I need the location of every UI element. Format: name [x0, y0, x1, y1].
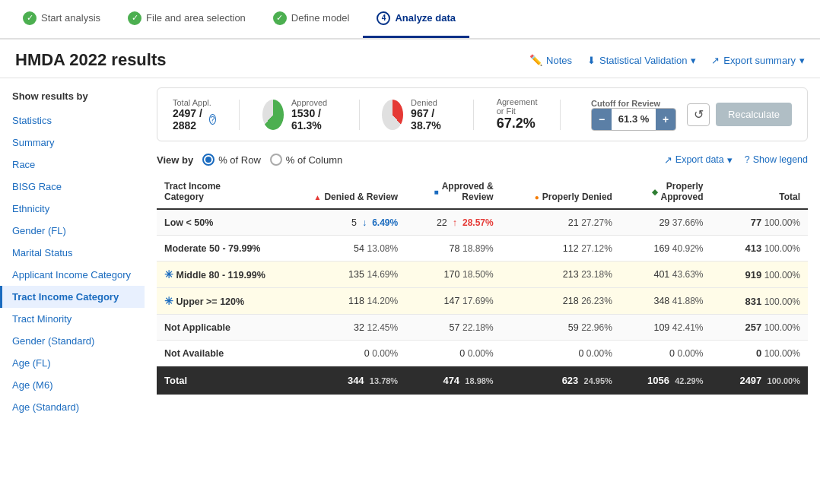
recalculate-button[interactable]: Recalculate [716, 103, 792, 126]
sidebar-item-age-m6[interactable]: Age (M6) [0, 374, 145, 396]
row-total: 77 100.00% [711, 209, 808, 236]
row-radio[interactable] [202, 154, 215, 166]
export-summary-button[interactable]: ↗ Export summary ▾ [711, 55, 805, 66]
cutoff-controls: − 61.3 % + [591, 108, 676, 131]
sidebar-item-ethnicity[interactable]: Ethnicity [0, 198, 145, 220]
cutoff-block: Cutoff for Review − 61.3 % + ↺ Recalcula… [591, 99, 792, 131]
square-blue-icon: ■ [434, 188, 439, 196]
sidebar-item-age-fl[interactable]: Age (FL) [0, 352, 145, 374]
sidebar-item-marital-status[interactable]: Marital Status [0, 242, 145, 264]
content-area: Show results by Statistics Summary Race … [0, 78, 820, 430]
export-data-icon: ↗ [664, 154, 672, 166]
step-circle-2: ✓ [128, 11, 141, 25]
notes-icon: ✏️ [529, 54, 542, 66]
footer-total: 2497 100.00% [711, 366, 808, 395]
denied-block: Denied 967 / 38.7% [382, 98, 450, 132]
approved-value: 1530 / 61.3% [291, 107, 336, 132]
row-approved-review: 22 ↑ 28.57% [405, 209, 501, 236]
page-title: HMDA 2022 results [15, 50, 166, 70]
cutoff-plus-button[interactable]: + [656, 109, 675, 130]
data-table: Tract IncomeCategory ▲ Denied & Review ■ [157, 175, 808, 395]
view-by-col-option[interactable]: % of Column [270, 154, 342, 166]
row-category: Low < 50% [157, 209, 278, 236]
col-header-total: Total [711, 175, 808, 209]
row-properly-approved: 109 42.41% [620, 315, 711, 341]
tab-start-label: Start analysis [41, 12, 100, 24]
agreement-block: Agreement or Fit 67.2% [497, 97, 538, 132]
sidebar-item-statistics[interactable]: Statistics [0, 109, 145, 132]
row-category: Moderate 50 - 79.99% [157, 236, 278, 262]
row-category: ✳ Middle 80 - 119.99% [157, 262, 278, 288]
row-category: Not Applicable [157, 315, 278, 341]
row-properly-denied: 21 27.27% [501, 209, 620, 236]
page-header: HMDA 2022 results ✏️ Notes ⬇ Statistical… [0, 40, 820, 78]
view-by-right: ↗ Export data ▾ ? Show legend [664, 154, 808, 166]
row-total: 919 100.00% [711, 262, 808, 288]
row-properly-denied: 0 0.00% [501, 341, 620, 366]
total-appl-value: 2497 / 2882 [173, 107, 206, 132]
tab-analyze-label: Analyze data [395, 12, 455, 24]
tab-file-selection[interactable]: ✓ File and area selection [114, 0, 259, 38]
sidebar-item-age-standard[interactable]: Age (Standard) [0, 396, 145, 418]
row-denied-review: 5 ↓ 6.49% [278, 209, 405, 236]
row-approved-review: 0 0.00% [405, 341, 501, 366]
sidebar-item-tract-income[interactable]: Tract Income Category [0, 286, 145, 308]
reset-button[interactable]: ↺ [687, 103, 710, 126]
approved-donut [262, 100, 284, 130]
sidebar-item-applicant-income[interactable]: Applicant Income Category [0, 264, 145, 286]
chevron-down-icon: ▾ [691, 55, 696, 66]
total-appl-block: Total Appl. 2497 / 2882 ? [173, 98, 216, 132]
export-chevron-icon: ▾ [799, 55, 805, 66]
table-row-highlighted: ✳ Middle 80 - 119.99% 135 14.69% 170 18.… [157, 262, 808, 288]
header-actions: ✏️ Notes ⬇ Statistical Validation ▾ ↗ Ex… [529, 54, 805, 66]
main-content: Total Appl. 2497 / 2882 ? Approved 1530 … [145, 78, 820, 430]
notes-button[interactable]: ✏️ Notes [529, 54, 572, 66]
view-by-left: View by % of Row % of Column [157, 154, 342, 166]
sidebar-item-tract-minority[interactable]: Tract Minority [0, 308, 145, 330]
row-approved-review: 147 17.69% [405, 288, 501, 315]
footer-properly-approved: 1056 42.29% [620, 366, 711, 395]
statistical-validation-button[interactable]: ⬇ Statistical Validation ▾ [587, 55, 696, 66]
tab-start-analysis[interactable]: ✓ Start analysis [9, 0, 114, 38]
sidebar-item-gender-standard[interactable]: Gender (Standard) [0, 330, 145, 352]
step-circle-1: ✓ [23, 11, 37, 25]
agreement-value: 67.2% [497, 116, 538, 132]
sidebar-item-bisg-race[interactable]: BISG Race [0, 176, 145, 198]
approved-block: Approved 1530 / 61.3% [262, 98, 336, 132]
row-denied-review: 32 12.45% [278, 315, 405, 341]
row-approved-review: 170 18.50% [405, 262, 501, 288]
sidebar-item-race[interactable]: Race [0, 154, 145, 176]
export-data-button[interactable]: ↗ Export data ▾ [664, 154, 733, 166]
col-radio[interactable] [270, 154, 282, 166]
col-header-denied-review: ▲ Denied & Review [278, 175, 405, 209]
table-row-highlighted: ✳ Upper >= 120% 118 14.20% 147 17.69% 21… [157, 288, 808, 315]
tab-analyze-data[interactable]: 4 Analyze data [363, 0, 469, 38]
divider-4 [560, 100, 561, 130]
cutoff-minus-button[interactable]: − [592, 109, 612, 130]
col-header-properly-denied: ● Properly Denied [501, 175, 620, 209]
help-icon[interactable]: ? [209, 114, 216, 125]
cutoff-value: 61.3 % [615, 109, 653, 130]
tab-file-label: File and area selection [146, 12, 246, 24]
row-denied-review: 135 14.69% [278, 262, 405, 288]
row-total: 257 100.00% [711, 315, 808, 341]
download-icon: ⬇ [587, 55, 596, 66]
show-legend-button[interactable]: ? Show legend [745, 154, 808, 165]
row-label: % of Row [218, 154, 261, 166]
view-by-row: View by % of Row % of Column ↗ Export da… [157, 154, 808, 166]
sidebar-item-gender-fl[interactable]: Gender (FL) [0, 220, 145, 242]
sidebar-item-summary[interactable]: Summary [0, 132, 145, 154]
sidebar: Show results by Statistics Summary Race … [0, 78, 145, 430]
col-label: % of Column [286, 154, 342, 166]
tab-define-model[interactable]: ✓ Define model [259, 0, 364, 38]
table-row: Not Available 0 0.00% 0 0.00% 0 0.00% 0 … [157, 341, 808, 366]
stats-bar: Total Appl. 2497 / 2882 ? Approved 1530 … [157, 87, 808, 141]
row-denied-review: 118 14.20% [278, 288, 405, 315]
view-by-row-option[interactable]: % of Row [202, 154, 261, 166]
view-by-label: View by [157, 154, 193, 166]
divider-1 [239, 100, 240, 130]
row-total: 413 100.00% [711, 236, 808, 262]
denied-value: 967 / 38.7% [411, 107, 450, 132]
table-header-row: Tract IncomeCategory ▲ Denied & Review ■ [157, 175, 808, 209]
col-header-properly-approved: ◆ ProperlyApproved [620, 175, 711, 209]
